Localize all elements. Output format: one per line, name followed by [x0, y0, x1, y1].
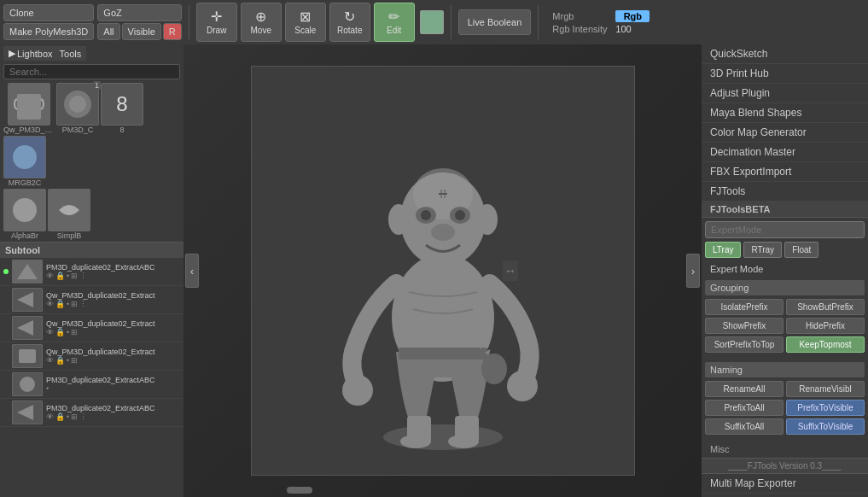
fjtools-item[interactable]: FJTools — [702, 182, 868, 202]
sortprefixtotop-btn[interactable]: SortPrefixToTop — [705, 336, 784, 353]
prefixtovisible-btn[interactable]: PrefixToVisible — [786, 400, 865, 416]
naming-row-1: RenameAll RenameVisibl — [705, 381, 865, 397]
dot-icon-2: • — [67, 300, 69, 308]
float-button[interactable]: Float — [784, 242, 818, 258]
thumb-qw[interactable]: Qw_PM3D_du... — [3, 83, 55, 134]
expertmode-input[interactable] — [705, 221, 865, 238]
lock-icon-2: 🔒 — [55, 300, 65, 308]
svg-rect-0 — [17, 94, 41, 120]
subtool-item-3[interactable]: Qw_PM3D_duplicate02_Extract 👁 🔒 • ⊞ — [0, 314, 184, 342]
svg-rect-8 — [19, 349, 36, 363]
thumb-8[interactable]: 8 8 — [101, 83, 143, 134]
adjustplugin-item[interactable]: Adjust Plugin — [702, 84, 868, 103]
thumb-mrgb-img — [3, 136, 46, 178]
center-viewport[interactable]: ‹ › ↔ — [184, 44, 702, 497]
subtool-item-6[interactable]: PM3D_duplicate02_ExtractABC 👁 🔒 • ⊞ ⋮ — [0, 399, 184, 427]
rotate-tool-button[interactable]: ↻ Rotate — [329, 3, 370, 42]
live-boolean-button[interactable]: Live Boolean — [458, 9, 532, 35]
resize-handle[interactable]: ↔ — [503, 260, 518, 281]
mayablend-item[interactable]: Maya Blend Shapes — [702, 103, 868, 123]
horizontal-scrollbar[interactable] — [287, 487, 312, 494]
goz-button[interactable]: GoZ — [97, 4, 181, 21]
search-input[interactable] — [3, 64, 180, 79]
viewport-right-arrow[interactable]: › — [686, 254, 700, 288]
move-icon: ⊕ — [255, 10, 266, 24]
mrgb-label: Mrgb — [552, 11, 612, 21]
thumbnails-area-2: AlphaBr SimplB — [0, 189, 184, 242]
draw-tool-button[interactable]: ✛ Draw — [196, 3, 237, 42]
thumb-pm3d-label: PM3D_C — [62, 126, 94, 134]
ltray-button[interactable]: LTray — [705, 242, 741, 258]
thumb-alpha[interactable]: AlphaBr — [3, 189, 46, 240]
canvas-area — [251, 66, 635, 476]
r-button[interactable]: R — [163, 23, 182, 40]
colormapgen-item[interactable]: Color Map Generator — [702, 123, 868, 143]
quicksketch-item[interactable]: QuickSketch — [702, 44, 868, 64]
svg-marker-10 — [17, 405, 33, 420]
grid-icon-3: ⊞ — [71, 328, 78, 336]
svg-point-11 — [383, 424, 503, 450]
svg-point-27 — [507, 371, 538, 401]
right-panel: QuickSketch 3D Print Hub Adjust Plugin M… — [702, 44, 868, 497]
subtool-name-1: PM3D_duplicate02_ExtractABC — [46, 263, 180, 272]
thumbnails-area: Qw_PM3D_du... 1 PM3D_C 8 8 — [0, 81, 184, 189]
subtool-item[interactable]: PM3D_duplicate02_ExtractABC 👁 🔒 • ⊞ ⋮ — [0, 258, 184, 286]
prefixtoall-btn[interactable]: PrefixToAll — [705, 400, 784, 416]
renamevisible-btn[interactable]: RenameVisibl — [786, 381, 865, 397]
thumb-mrgb[interactable]: MRGB2C — [3, 136, 46, 187]
3dprinthub-item[interactable]: 3D Print Hub — [702, 64, 868, 84]
clone-button[interactable]: Clone — [3, 4, 94, 21]
showbutprefix-btn[interactable]: ShowButPrefix — [786, 299, 865, 315]
edit-tool-button[interactable]: ✏ Edit — [374, 3, 415, 42]
thumb-pm3d[interactable]: 1 PM3D_C — [56, 83, 99, 134]
subtool-item-4[interactable]: Qw_PM3D_duplicate02_Extract 👁 🔒 • ⊞ — [0, 342, 184, 371]
eye-icon-3: 👁 — [46, 328, 54, 336]
edit-icon: ✏ — [388, 10, 399, 24]
subtool-icons-6: 👁 🔒 • ⊞ ⋮ — [46, 412, 180, 421]
isolateprefix-btn[interactable]: IsolatePrefix — [705, 299, 784, 315]
viewport-left-arrow[interactable]: ‹ — [185, 254, 199, 288]
lightbox-label: Lightbox — [17, 49, 53, 59]
rgb-value-box[interactable]: Rgb — [615, 10, 650, 22]
visible-button[interactable]: Visible — [122, 23, 161, 40]
thumb-simple[interactable]: SimplB — [48, 189, 90, 240]
subtool-item-2[interactable]: Qw_PM3D_duplicate02_Extract 👁 🔒 • ⊞ ⋮ — [0, 286, 184, 314]
naming-row-2: PrefixToAll PrefixToVisible — [705, 400, 865, 416]
viewport-background: ‹ › ↔ — [184, 44, 702, 497]
subtool-info-5: PM3D_duplicate02_ExtractABC • — [46, 376, 180, 393]
subtool-thumb-4 — [12, 344, 43, 368]
subtool-item-5[interactable]: PM3D_duplicate02_ExtractABC • — [0, 371, 184, 399]
naming-header: Naming — [705, 362, 865, 377]
renameall-btn[interactable]: RenameAll — [705, 381, 784, 397]
grid-icon: ⊞ — [71, 272, 78, 280]
separator3 — [538, 5, 539, 39]
scale-icon: ⊠ — [300, 10, 311, 24]
svg-point-32 — [448, 435, 479, 448]
svg-point-22 — [431, 224, 455, 241]
naming-row-3: SuffixToAll SuffixToVisible — [705, 418, 865, 435]
scale-tool-button[interactable]: ⊠ Scale — [285, 3, 326, 42]
rgb-area: Mrgb Rgb Rgb Intensity 100 — [552, 10, 650, 34]
all-button[interactable]: All — [97, 23, 119, 40]
lightbox-tools[interactable]: ▶ Lightbox Tools — [3, 46, 86, 61]
top-toolbar: Clone Make PolyMesh3D GoZ All Visible R … — [0, 0, 868, 44]
decimation-item[interactable]: Decimation Master — [702, 143, 868, 162]
suffixtovisible-btn[interactable]: SuffixToVisible — [786, 418, 865, 435]
move-tool-button[interactable]: ⊕ Move — [241, 3, 282, 42]
color-swatch[interactable] — [420, 10, 444, 34]
rtray-button[interactable]: RTray — [743, 242, 782, 258]
showprefix-btn[interactable]: ShowPrefix — [705, 318, 784, 334]
subtool-name-4: Qw_PM3D_duplicate02_Extract — [46, 348, 180, 356]
grouping-row-2: ShowPrefix HidePrefix — [705, 318, 865, 334]
fbxexport-item[interactable]: FBX ExportImport — [702, 162, 868, 182]
subtool-thumb-1 — [12, 260, 43, 284]
thumb-mrgb-label: MRGB2C — [9, 178, 42, 187]
troll-figure — [306, 79, 580, 463]
hideprefix-btn[interactable]: HidePrefix — [786, 318, 865, 334]
keeptopmost-btn[interactable]: KeepTopmost — [786, 336, 865, 353]
make-polymesh-button[interactable]: Make PolyMesh3D — [3, 23, 94, 40]
eye-icon: 👁 — [46, 272, 54, 280]
grouping-row-1: IsolatePrefix ShowButPrefix — [705, 299, 865, 315]
suffixtoall-btn[interactable]: SuffixToAll — [705, 418, 784, 435]
multimap-item[interactable]: Multi Map Exporter — [702, 474, 868, 494]
